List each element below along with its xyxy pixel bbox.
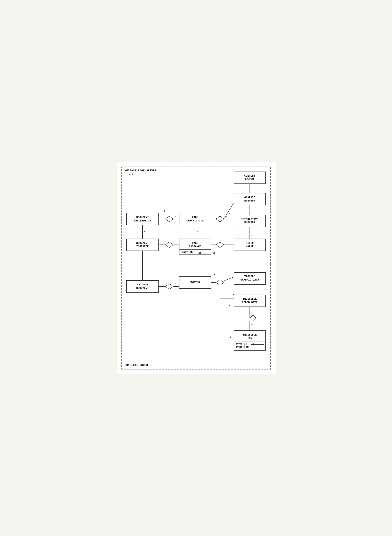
di-pi-star-right: * <box>174 241 176 245</box>
graphic-element-label2: ELEMENT <box>244 199 255 202</box>
pi-fv-star-right: * <box>226 241 228 245</box>
dd-pd-diamond <box>165 216 173 222</box>
pd-to-ge-diamond <box>216 216 224 222</box>
server-section-sublabel: -10- <box>128 173 135 176</box>
netpage-label: NETPAGE <box>190 280 201 283</box>
position-label: POSITION <box>236 346 248 349</box>
page-description-label2: DESCRIPTION <box>187 219 204 222</box>
document-instance-label2: INSTANCE <box>136 245 149 248</box>
document-instance-label: DOCUMENT <box>136 242 149 245</box>
pd-to-ie-star: * <box>226 215 228 219</box>
nd-np-diamond <box>165 284 173 289</box>
pi-fv-diamond <box>216 242 224 248</box>
netpage-document-label: NETPAGE <box>137 283 148 286</box>
invisible-coded-data-label2: CODED DATA <box>242 301 257 304</box>
page-instance-label2: INSTANCE <box>189 245 201 248</box>
di-pi-diamond <box>165 242 173 248</box>
label-4: 4 <box>229 335 231 338</box>
ie-to-fv-star: * <box>251 234 252 238</box>
field-value-label2: VALUE <box>246 245 254 248</box>
document-description-label2: DESCRIPTION <box>134 219 151 222</box>
page-id-tag-label: PAGE ID <box>236 342 247 345</box>
diamond-to-vgd-line <box>224 277 234 281</box>
it-below-star: * <box>251 324 252 328</box>
invisible-tag-label: INVISIBLE <box>243 333 257 336</box>
page-description-label: PAGE <box>192 216 198 219</box>
architecture-diagram: NETPAGE PAGE SERVER -10- CONTENT OBJECT … <box>119 164 274 372</box>
label-50-server: 50 <box>211 252 215 255</box>
visible-graphic-data-label2: GRAPHIC DATA <box>240 278 259 281</box>
content-object-label2: OBJECT <box>245 178 254 181</box>
page-instance-label: PAGE <box>192 242 198 245</box>
invisible-tag-label2: TAG <box>247 337 252 340</box>
interactive-element-label2: ELEMENT <box>244 221 255 224</box>
label-1: 1 <box>158 291 159 294</box>
physical-section-title: PHYSICAL WORLD <box>125 364 148 367</box>
dd-pd-star-right: * <box>174 215 176 219</box>
label-5: 5 <box>164 210 166 213</box>
diagram-container: NETPAGE PAGE SERVER -10- CONTENT OBJECT … <box>117 162 275 374</box>
page-id-server-label: PAGE ID <box>182 251 193 254</box>
ge-to-ie-star: * <box>251 210 252 214</box>
pd-ge-line <box>224 203 234 219</box>
nd-np-star-right: * <box>174 282 176 286</box>
pd-down-star: * <box>196 231 198 234</box>
content-object-label: CONTENT <box>244 174 255 177</box>
interactive-element-label: INTERACTIVE <box>241 218 258 221</box>
graphic-element-label: GRAPHIC <box>244 196 255 199</box>
pd-to-ge-star-right: * <box>229 213 231 216</box>
field-value-label: FIELD <box>246 242 254 245</box>
dd-down-star: * <box>144 231 145 234</box>
netpage-document-label2: DOCUMENT <box>136 287 149 290</box>
invisible-coded-data-label: INVISIBLE <box>243 297 257 300</box>
label-3: 3 <box>229 303 230 306</box>
co-to-ge-star: * <box>251 189 252 192</box>
np-vgd-diamond <box>216 280 224 285</box>
server-section-title: NETPAGE PAGE SERVER <box>125 169 156 172</box>
label-2: 2 <box>213 272 215 275</box>
document-description-label: DOCUMENT <box>136 216 149 219</box>
visible-graphic-data-label: VISIBLE <box>244 275 255 278</box>
icd-to-it-star: * <box>251 312 252 316</box>
icd-it-diamond <box>250 315 256 321</box>
